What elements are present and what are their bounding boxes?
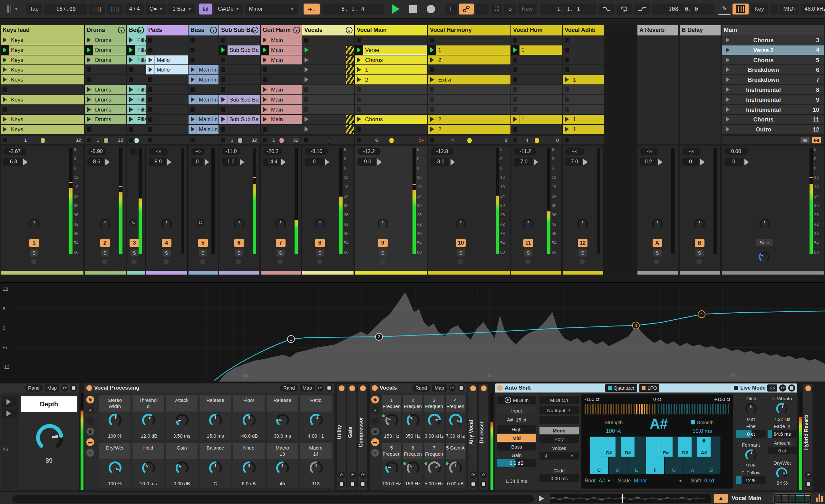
play-triangle-icon[interactable] <box>263 87 267 92</box>
clip-stop-row-cell[interactable] <box>302 136 354 144</box>
expand-icon[interactable]: ⛶ <box>491 4 503 14</box>
clip[interactable]: Drums <box>85 35 126 45</box>
tap-tempo-button[interactable]: Tap <box>26 4 42 14</box>
clip-slot[interactable] <box>355 95 427 104</box>
macro-control[interactable]: Macro 14113 <box>300 443 332 489</box>
macro-knob[interactable] <box>107 413 123 429</box>
clip-launch-zone[interactable] <box>1 95 9 104</box>
clip-slot[interactable] <box>127 65 146 74</box>
play-triangle-icon[interactable] <box>305 67 308 72</box>
fader-handle-icon[interactable] <box>167 159 171 165</box>
pan-knob[interactable] <box>314 218 326 232</box>
clip-slot[interactable] <box>511 95 562 104</box>
clip-launch-zone[interactable] <box>428 46 436 55</box>
clip-slot[interactable] <box>563 46 604 55</box>
peak-level-display[interactable]: -∞ <box>149 148 168 155</box>
save-icon[interactable] <box>325 384 332 391</box>
arm-button[interactable] <box>236 259 241 265</box>
pan-field[interactable]: C <box>130 219 137 226</box>
key-map-button[interactable]: Key <box>751 4 768 14</box>
solo-button[interactable]: S <box>101 249 109 257</box>
peak-level-display[interactable]: -11.0 <box>222 148 240 155</box>
track-number-button[interactable]: 9 <box>378 239 388 247</box>
save-icon[interactable] <box>788 384 795 391</box>
clip-slot[interactable] <box>563 105 604 115</box>
macro-value[interactable]: 10.0 ms <box>133 481 164 486</box>
clip-slot[interactable] <box>302 115 354 124</box>
play-triangle-icon[interactable] <box>513 47 517 53</box>
clip-launch-zone[interactable] <box>261 46 269 55</box>
back-to-arrangement-cell-icon[interactable]: ▦ <box>801 137 810 143</box>
rand-button[interactable]: Rand <box>25 384 43 391</box>
arm-button[interactable] <box>163 259 169 265</box>
macro-knob[interactable] <box>175 413 190 429</box>
clip-slot[interactable] <box>563 85 604 94</box>
play-triangle-icon[interactable] <box>129 38 133 43</box>
macro-value[interactable]: 100 % <box>99 481 131 486</box>
play-triangle-icon[interactable] <box>221 117 225 122</box>
clip[interactable]: Drums <box>85 56 126 65</box>
pan-knob[interactable] <box>233 218 245 232</box>
clip-slot[interactable] <box>1 105 84 115</box>
chain-play-icon[interactable] <box>6 399 11 405</box>
clip[interactable]: 1 <box>355 65 427 74</box>
play-triangle-icon[interactable] <box>430 47 434 53</box>
solo-button[interactable]: S <box>130 249 139 257</box>
pan-knob[interactable] <box>693 218 706 232</box>
solo-button[interactable]: S <box>277 249 285 257</box>
clip-stop-row-cell[interactable]: 48 <box>428 136 511 144</box>
clip[interactable]: 2 <box>428 125 511 134</box>
band-button-bass[interactable]: Bass <box>497 443 536 450</box>
macro-control[interactable]: Attack3.50 ms <box>166 395 198 441</box>
device-on-button[interactable] <box>86 385 92 391</box>
clip-launch-zone[interactable] <box>127 85 135 94</box>
clip-launch-zone[interactable] <box>85 56 93 65</box>
track-number-button[interactable]: 11 <box>523 239 533 247</box>
back-to-arrangement-icon[interactable]: ← <box>476 4 489 14</box>
glide-field[interactable]: 0.00 ms <box>539 474 579 482</box>
scale-menu-caret[interactable]: ▾ <box>679 478 682 483</box>
play-triangle-icon[interactable] <box>305 127 308 132</box>
clip[interactable]: Drums <box>85 85 126 94</box>
dry-wet-knob[interactable] <box>775 466 788 481</box>
clip-stop-row-cell[interactable]: 132 <box>219 136 260 144</box>
pan-field[interactable]: C <box>197 219 204 226</box>
play-triangle-icon[interactable] <box>3 57 7 63</box>
macro-value[interactable]: 4.00 : 1 <box>300 433 331 439</box>
clip-slot[interactable] <box>219 75 260 84</box>
clip-launch-zone[interactable] <box>261 115 269 124</box>
scale-value[interactable]: Minor <box>634 478 647 483</box>
track-number-button[interactable]: 12 <box>578 239 588 247</box>
macro-knob[interactable] <box>427 460 442 477</box>
peak-level-display[interactable]: -12.2 <box>357 148 381 155</box>
clip-launch-zone[interactable] <box>189 75 197 84</box>
clip-stop-row-cell[interactable]: 132 <box>1 136 84 144</box>
clip-launch-zone[interactable] <box>261 105 269 115</box>
poly-button[interactable]: Poly <box>539 435 579 443</box>
volume-field[interactable]: -6.3 <box>3 158 22 166</box>
macro-knob[interactable] <box>141 413 156 429</box>
clip-launch-zone[interactable] <box>261 35 269 45</box>
fold-icon[interactable]: ▼ <box>210 27 217 33</box>
play-triangle-icon[interactable] <box>221 97 225 102</box>
key-scale-menu[interactable]: Minor▼ <box>245 4 298 14</box>
clip-slot[interactable] <box>428 85 511 94</box>
formant-knob[interactable] <box>744 448 757 463</box>
session-record-link-icon[interactable] <box>459 4 474 14</box>
clip-slot[interactable] <box>511 65 562 74</box>
macro-control[interactable]: Macro 1345 <box>266 443 298 489</box>
clip-launch-zone[interactable] <box>127 105 135 115</box>
fold-icon[interactable]: ▼ <box>252 27 258 33</box>
save-icon[interactable] <box>359 481 366 488</box>
macro-control[interactable]: 1 Frequen153 Hz <box>382 395 401 441</box>
clip[interactable]: Keys <box>1 125 84 134</box>
clip-slot[interactable] <box>302 75 354 84</box>
input-select-menu[interactable]: No Input▼ <box>539 406 579 414</box>
volume-field[interactable]: -8.6 <box>87 158 104 166</box>
voices-menu[interactable]: 4▼ <box>539 452 579 459</box>
clip-stop-row-cell[interactable] <box>146 136 188 144</box>
fader-handle-icon[interactable] <box>23 159 28 165</box>
clip-slot[interactable] <box>511 85 562 94</box>
clip-launch-zone[interactable] <box>355 56 363 65</box>
loop-switch-icon[interactable] <box>616 4 632 14</box>
